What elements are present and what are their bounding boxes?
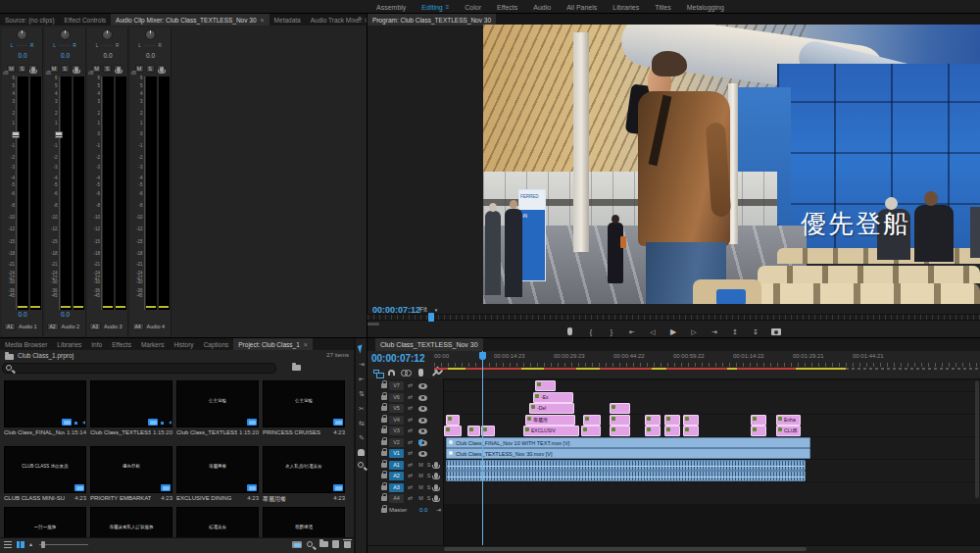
graphic-clip[interactable]: -Ex: [533, 392, 573, 403]
track-target-v4[interactable]: V4: [389, 416, 404, 425]
graphic-clip[interactable]: [664, 415, 680, 426]
record-button[interactable]: [72, 65, 80, 73]
fader-track[interactable]: [16, 76, 17, 310]
master-track-value[interactable]: 0.0: [419, 506, 435, 515]
tab-media-browser[interactable]: Media Browser: [0, 338, 52, 350]
go-to-out-button[interactable]: ⇥: [709, 327, 720, 337]
pan-knob[interactable]: [17, 29, 27, 40]
solo-button[interactable]: S: [61, 65, 70, 73]
pan-value[interactable]: 0.0: [45, 52, 86, 60]
graphic-clip[interactable]: [610, 415, 630, 426]
automate-to-sequence-button[interactable]: [292, 541, 302, 548]
record-button[interactable]: [157, 65, 166, 73]
track-target-v7[interactable]: V7: [389, 381, 404, 390]
solo-button[interactable]: S: [425, 472, 432, 480]
track-lane-v6[interactable]: [444, 392, 980, 403]
project-item-thumbnail[interactable]: 名人私房/特選美食: [263, 446, 345, 493]
pen-tool[interactable]: ✎: [357, 432, 367, 444]
pan-knob[interactable]: [60, 29, 71, 40]
tab-markers[interactable]: Markers: [136, 338, 169, 350]
track-output-eye-icon[interactable]: [418, 395, 427, 401]
track-target-v5[interactable]: V5: [389, 404, 404, 413]
zoom-tool[interactable]: [357, 460, 367, 472]
pan-value[interactable]: 0.0: [2, 52, 43, 60]
find-button[interactable]: [307, 541, 313, 547]
lock-icon[interactable]: [381, 463, 387, 468]
graphic-clip[interactable]: [581, 426, 601, 436]
workspace-tab-assembly[interactable]: Assembly: [368, 0, 414, 14]
tab-captions[interactable]: Captions: [199, 338, 234, 350]
new-item-button[interactable]: [332, 540, 339, 548]
project-item-thumbnail[interactable]: 公主遊輪: [176, 380, 259, 427]
graphic-clip[interactable]: [583, 415, 601, 426]
tab-effect-controls[interactable]: Effect Controls: [60, 14, 112, 25]
graphic-clip[interactable]: -Del: [529, 403, 574, 414]
nest-toggle-button[interactable]: [372, 368, 384, 378]
workspace-tab-editing[interactable]: Editing≡: [414, 0, 457, 14]
mute-button[interactable]: M: [417, 494, 424, 503]
mute-button[interactable]: M: [417, 483, 424, 492]
list-view-button[interactable]: [4, 541, 12, 548]
project-item-name[interactable]: Club Class_TEXTLESS_...: [176, 429, 237, 437]
project-item-name[interactable]: PRINCESS CRUISES: [263, 429, 323, 437]
track-lane-v7[interactable]: [444, 380, 980, 391]
project-item-name[interactable]: CLUB CLASS MINI-SUITE: [4, 495, 65, 503]
project-item-name[interactable]: Club Class_TEXTLESS_...: [90, 429, 151, 437]
selection-tool[interactable]: [357, 344, 367, 356]
sync-lock-icon[interactable]: ⇄: [408, 416, 416, 425]
fader-track[interactable]: [59, 76, 60, 310]
graphic-clip[interactable]: Enha: [776, 415, 801, 426]
mark-in-button[interactable]: {: [585, 327, 597, 337]
fader-handle[interactable]: [12, 131, 20, 138]
workspace-tab-metalogging[interactable]: Metalogging: [679, 0, 732, 14]
linked-selection-button[interactable]: [401, 368, 413, 378]
program-scrubber[interactable]: [368, 314, 980, 321]
project-item-name[interactable]: Club Class_FINAL_Nov...: [4, 429, 65, 437]
record-button[interactable]: [28, 65, 37, 73]
slip-tool[interactable]: ⇆: [357, 418, 367, 429]
lock-icon[interactable]: [381, 395, 387, 400]
project-item-name[interactable]: PRIORITY EMBARKATION: [90, 495, 151, 503]
track-assign-badge[interactable]: A3: [89, 323, 101, 330]
mark-out-button[interactable]: }: [606, 327, 617, 337]
export-frame-button[interactable]: [770, 327, 782, 337]
lock-icon[interactable]: [381, 440, 387, 445]
graphic-clip[interactable]: [535, 380, 556, 391]
workspace-tab-effects[interactable]: Effects: [489, 0, 525, 14]
mic-icon[interactable]: [434, 473, 438, 478]
tab-libraries[interactable]: Libraries: [52, 338, 86, 350]
step-forward-button[interactable]: ▷: [688, 327, 700, 337]
track-target-v3[interactable]: V3: [389, 427, 404, 435]
track-lane-a4[interactable]: [444, 493, 980, 504]
program-playhead-marker[interactable]: [428, 313, 434, 322]
rolling-edit-tool[interactable]: ⇅: [357, 388, 367, 400]
icon-view-button[interactable]: [17, 541, 24, 548]
hand-tool[interactable]: [357, 447, 367, 459]
lift-button[interactable]: ↥: [729, 327, 741, 337]
tab-sequence[interactable]: Club Class_TEXTLESS_Nov 30 ×: [375, 338, 483, 351]
mic-icon[interactable]: [434, 462, 438, 468]
audio-clip[interactable]: [446, 460, 806, 471]
graphic-clip[interactable]: [467, 426, 480, 436]
lock-icon[interactable]: [381, 418, 387, 423]
track-target-v2[interactable]: V2: [389, 438, 404, 447]
delete-button[interactable]: [344, 541, 351, 548]
track-target-a1[interactable]: A1: [389, 461, 404, 470]
workspace-tab-titles[interactable]: Titles: [647, 0, 678, 14]
project-item-name[interactable]: 專屬用餐: [263, 495, 323, 503]
solo-button[interactable]: S: [18, 65, 26, 73]
solo-button[interactable]: S: [425, 461, 432, 470]
graphic-clip[interactable]: [683, 426, 699, 436]
keyframe-nav-icon[interactable]: ⇥: [436, 506, 444, 515]
audio-clip[interactable]: [446, 471, 806, 481]
graphic-clip[interactable]: [751, 415, 766, 426]
track-target-v1[interactable]: V1: [389, 449, 404, 458]
pan-value[interactable]: 0.0: [130, 52, 172, 60]
tab-history[interactable]: History: [169, 338, 198, 350]
sync-lock-icon[interactable]: ⇄: [408, 393, 416, 402]
solo-button[interactable]: S: [425, 483, 432, 492]
lock-icon[interactable]: [381, 508, 387, 513]
extract-button[interactable]: ↧: [750, 327, 761, 337]
track-output-eye-icon[interactable]: [418, 451, 427, 457]
track-lane-v5[interactable]: [444, 403, 980, 414]
